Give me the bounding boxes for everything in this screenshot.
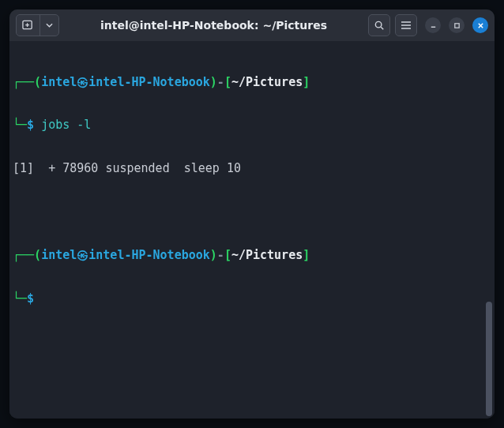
terminal-area[interactable]: ┌──(intel㉿intel-HP-Notebook)-[~/Pictures… [9,41,495,419]
blank-line [13,205,491,219]
prompt-line-3: ┌──(intel㉿intel-HP-Notebook)-[~/Pictures… [13,248,491,262]
new-tab-button[interactable] [17,15,40,36]
svg-point-3 [375,21,382,28]
menu-button[interactable] [395,14,417,36]
new-tab-icon [22,20,34,31]
skull-icon: ㉿ [77,75,88,89]
minimize-button[interactable] [425,17,441,33]
svg-rect-9 [454,23,458,27]
minimize-icon [430,22,437,29]
search-button[interactable] [368,14,390,36]
maximize-icon [453,22,461,29]
hamburger-icon [401,21,412,30]
prompt-line-2: └─$ jobs -l [13,118,491,132]
command-1: jobs -l [41,118,91,132]
maximize-button[interactable] [449,17,465,33]
window-title: intel@intel-HP-Notebook: ~/Pictures [64,19,363,32]
prompt-line-1: ┌──(intel㉿intel-HP-Notebook)-[~/Pictures… [13,75,491,89]
prompt-line-4: └─$ [13,291,491,306]
terminal-window: intel@intel-HP-Notebook: ~/Pictures [9,9,495,419]
output-line-1: [1] + 78960 suspended sleep 10 [13,161,491,175]
scrollbar-thumb[interactable] [486,302,492,416]
new-tab-group [16,14,59,36]
new-tab-dropdown[interactable] [40,15,58,36]
search-icon [374,20,385,31]
window-controls [425,17,488,33]
chevron-down-icon [46,23,53,28]
skull-icon: ㉿ [77,248,88,262]
titlebar: intel@intel-HP-Notebook: ~/Pictures [9,9,495,41]
svg-line-4 [381,27,383,29]
close-icon [477,22,484,29]
close-button[interactable] [472,17,488,33]
